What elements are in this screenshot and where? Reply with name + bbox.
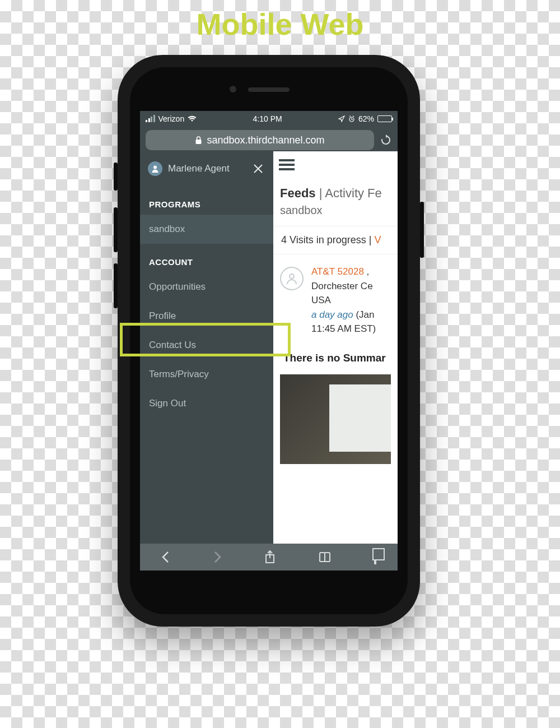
share-icon[interactable]	[264, 550, 276, 564]
phone-speaker	[248, 87, 290, 92]
page-title: Mobile Web	[0, 7, 560, 41]
feed-item[interactable]: AT&T 52028 , Dorchester Ce USA a day ago…	[273, 254, 398, 346]
url-field[interactable]: sandbox.thirdchannel.com	[146, 130, 374, 150]
phone-volume-down	[114, 263, 118, 308]
status-time: 4:10 PM	[253, 114, 282, 123]
phone-camera	[230, 86, 236, 92]
status-bar: Verizon 4:10 PM 62%	[140, 111, 398, 127]
phone-frame: Verizon 4:10 PM 62%	[118, 55, 420, 627]
sidebar-item-contact-us[interactable]: Contact Us	[140, 331, 273, 360]
svg-point-2	[290, 274, 294, 279]
location-icon	[338, 115, 345, 122]
browser-toolbar	[140, 544, 398, 571]
svg-rect-1	[196, 140, 202, 144]
wifi-icon	[188, 115, 197, 122]
phone-volume-up	[114, 207, 118, 252]
signal-icon	[146, 115, 155, 122]
visits-panel: 4 Visits in progress | V	[273, 226, 398, 254]
battery-icon	[377, 115, 392, 122]
url-text: sandbox.thirdchannel.com	[207, 135, 324, 146]
browser-address-bar: sandbox.thirdchannel.com	[140, 127, 398, 155]
feed-photo[interactable]	[280, 374, 391, 464]
svg-point-3	[153, 166, 157, 169]
user-avatar-icon	[148, 161, 162, 176]
breadcrumb-rest[interactable]: Activity Fe	[325, 186, 381, 200]
bookmarks-icon[interactable]	[318, 551, 332, 563]
lock-icon	[195, 136, 202, 145]
sidebar-item-profile[interactable]: Profile	[140, 302, 273, 331]
feed-timestamp-relative: a day ago	[311, 309, 353, 320]
feed-timestamp-time: 11:45 AM EST)	[311, 322, 376, 336]
main-content: Feeds | Activity Fe sandbox 4 Visits in …	[273, 151, 398, 544]
feed-line-2: Dorchester Ce	[311, 279, 376, 294]
feed-summary: There is no Summar	[273, 346, 398, 372]
breadcrumb-sub: sandbox	[273, 204, 398, 226]
back-icon[interactable]	[161, 551, 170, 563]
sidebar-item-opportunities[interactable]: Opportunities	[140, 272, 273, 302]
forward-icon	[213, 551, 222, 563]
section-account: ACCOUNT	[140, 244, 273, 272]
visits-view-link[interactable]: V	[374, 234, 381, 245]
alarm-icon	[348, 115, 355, 122]
phone-screen: Verizon 4:10 PM 62%	[140, 111, 398, 571]
battery-pct: 62%	[358, 114, 374, 123]
nav-drawer: Marlene Agent PROGRAMS sandbox ACCOUNT O…	[140, 151, 273, 544]
reload-icon[interactable]	[380, 134, 392, 146]
avatar-icon	[280, 267, 304, 290]
drawer-user-name[interactable]: Marlene Agent	[168, 163, 248, 174]
breadcrumb: Feeds | Activity Fe	[273, 178, 398, 204]
sidebar-item-sign-out[interactable]: Sign Out	[140, 389, 273, 418]
sidebar-item-terms-privacy[interactable]: Terms/Privacy	[140, 360, 273, 389]
phone-power-button	[420, 202, 424, 258]
tabs-icon[interactable]	[374, 551, 376, 564]
sidebar-item-sandbox[interactable]: sandbox	[140, 215, 273, 244]
close-icon[interactable]	[253, 164, 265, 174]
breadcrumb-current[interactable]: Feeds	[280, 186, 316, 200]
carrier-label: Verizon	[158, 114, 185, 123]
feed-line-3: USA	[311, 293, 376, 308]
phone-mute-switch	[114, 163, 118, 191]
feed-store-link[interactable]: AT&T 52028	[311, 266, 364, 277]
hamburger-icon[interactable]	[279, 159, 295, 170]
section-programs: PROGRAMS	[140, 186, 273, 215]
